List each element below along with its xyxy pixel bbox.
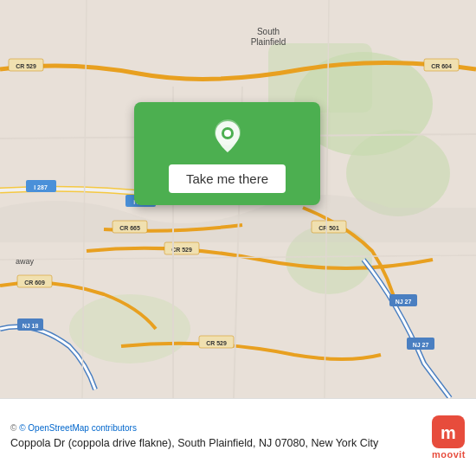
bottom-bar: © © OpenStreetMap contributors Coppola D… (0, 398, 476, 476)
svg-text:CR 604: CR 604 (431, 63, 452, 69)
svg-text:away: away (16, 257, 35, 266)
location-pin-icon (209, 118, 247, 156)
svg-text:Plainfield: Plainfield (251, 37, 286, 47)
svg-text:NJ 18: NJ 18 (23, 323, 39, 329)
svg-text:I 287: I 287 (34, 184, 48, 190)
svg-text:CR 501: CR 501 (318, 225, 339, 231)
svg-text:m: m (441, 423, 457, 442)
svg-point-35 (224, 130, 231, 137)
moovit-icon: m (432, 415, 465, 448)
svg-text:CR 609: CR 609 (24, 280, 45, 286)
bottom-info: © © OpenStreetMap contributors Coppola D… (10, 423, 423, 452)
svg-text:NJ 27: NJ 27 (413, 342, 429, 348)
map-attribution: © © OpenStreetMap contributors (10, 423, 423, 433)
address-text: Coppola Dr (coppola drive flakne), South… (10, 436, 423, 452)
svg-text:NJ 27: NJ 27 (396, 299, 412, 305)
openstreetmap-link[interactable]: © OpenStreetMap contributors (19, 423, 137, 433)
svg-text:CR 529: CR 529 (206, 340, 227, 346)
svg-text:CR 529: CR 529 (16, 63, 36, 69)
moovit-text: moovit (432, 449, 466, 460)
take-me-there-button[interactable]: Take me there (169, 164, 286, 193)
moovit-logo: m moovit (432, 415, 466, 460)
svg-text:South: South (257, 27, 280, 36)
location-card: Take me there (134, 102, 320, 205)
svg-text:CR 665: CR 665 (119, 225, 140, 231)
svg-text:CR 529: CR 529 (171, 247, 192, 253)
